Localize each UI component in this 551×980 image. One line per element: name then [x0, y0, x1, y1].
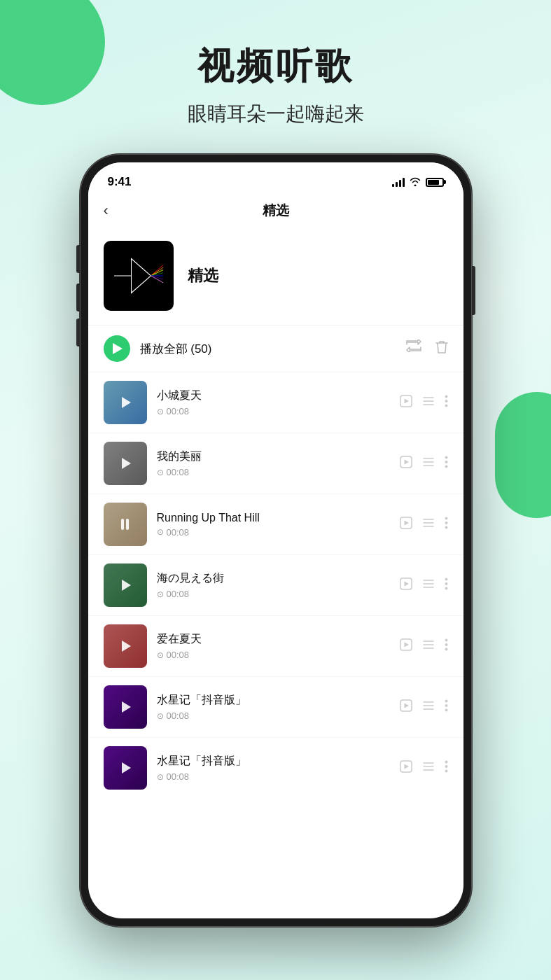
- song-title: 我的美丽: [157, 449, 400, 464]
- more-icon[interactable]: [445, 760, 448, 776]
- wifi-icon: [409, 176, 421, 188]
- song-controls: [400, 760, 448, 776]
- header-area: 视频听歌 眼睛耳朵一起嗨起来: [0, 0, 551, 148]
- song-duration: ⊙ 00:08: [157, 527, 400, 538]
- svg-marker-35: [404, 581, 409, 586]
- svg-marker-51: [404, 703, 409, 708]
- play-icon: [122, 580, 131, 591]
- song-info: 小城夏天 ⊙ 00:08: [157, 388, 400, 416]
- svg-point-63: [445, 760, 447, 763]
- pause-icon: [121, 519, 129, 530]
- svg-marker-19: [404, 459, 409, 464]
- album-cover-bg: [104, 241, 174, 311]
- song-controls: [400, 395, 448, 411]
- thumb-overlay: [104, 503, 147, 546]
- svg-point-25: [445, 465, 447, 468]
- video-play-icon[interactable]: [400, 638, 412, 654]
- song-title: 水星记「抖音版」: [157, 693, 400, 708]
- video-play-icon[interactable]: [400, 517, 412, 533]
- svg-point-49: [445, 648, 447, 650]
- song-title: 海の見える街: [157, 571, 400, 586]
- song-item[interactable]: 爱在夏天 ⊙ 00:08: [88, 615, 463, 676]
- svg-point-65: [445, 769, 447, 772]
- menu-icon[interactable]: [422, 396, 435, 410]
- svg-marker-43: [404, 642, 409, 647]
- back-button[interactable]: ‹: [104, 202, 109, 220]
- more-icon[interactable]: [445, 395, 448, 411]
- phone-screen: 9:41: [88, 162, 463, 918]
- song-info: 水星记「抖音版」 ⊙ 00:08: [157, 754, 400, 782]
- clock-icon: ⊙: [157, 772, 164, 782]
- video-play-icon[interactable]: [400, 456, 412, 472]
- song-duration: ⊙ 00:08: [157, 650, 400, 660]
- song-item[interactable]: 小城夏天 ⊙ 00:08: [88, 372, 463, 433]
- thumb-overlay: [104, 564, 147, 607]
- play-icon: [122, 640, 131, 652]
- song-duration: ⊙ 00:08: [157, 406, 400, 416]
- song-thumbnail: [104, 746, 147, 790]
- status-icons: [392, 176, 444, 188]
- play-icon: [122, 397, 131, 408]
- signal-bar-4: [403, 178, 405, 187]
- svg-point-17: [445, 404, 447, 407]
- thumb-overlay: [104, 624, 147, 668]
- more-icon[interactable]: [445, 699, 448, 715]
- svg-marker-27: [404, 520, 409, 525]
- song-thumbnail: [104, 503, 147, 546]
- song-controls: [400, 517, 448, 533]
- song-title: 爱在夏天: [157, 632, 400, 647]
- more-icon[interactable]: [445, 456, 448, 472]
- video-play-icon[interactable]: [400, 760, 412, 776]
- song-controls: [400, 578, 448, 594]
- more-icon[interactable]: [445, 517, 448, 533]
- song-item[interactable]: 水星记「抖音版」 ⊙ 00:08: [88, 676, 463, 737]
- song-info: 水星记「抖音版」 ⊙ 00:08: [157, 693, 400, 721]
- svg-point-16: [445, 400, 447, 402]
- svg-point-48: [445, 643, 447, 646]
- svg-point-39: [445, 578, 447, 580]
- video-play-icon[interactable]: [400, 395, 412, 411]
- delete-icon[interactable]: [435, 340, 448, 358]
- play-all-button[interactable]: [104, 335, 130, 362]
- more-icon[interactable]: [445, 638, 448, 654]
- menu-icon[interactable]: [422, 639, 435, 653]
- svg-point-32: [445, 522, 447, 524]
- main-title: 视频听歌: [0, 42, 551, 91]
- signal-bars-icon: [392, 177, 405, 187]
- menu-icon[interactable]: [422, 517, 435, 531]
- battery-fill: [428, 180, 439, 185]
- clock-icon: ⊙: [157, 407, 164, 416]
- song-duration: ⊙ 00:08: [157, 771, 400, 782]
- signal-bar-3: [399, 180, 401, 187]
- song-thumbnail: [104, 381, 147, 424]
- battery-icon: [426, 178, 444, 187]
- clock-icon: ⊙: [157, 468, 164, 477]
- song-controls: [400, 456, 448, 472]
- play-all-actions: [406, 340, 448, 358]
- song-duration: ⊙ 00:08: [157, 710, 400, 721]
- svg-point-41: [445, 587, 447, 589]
- svg-point-55: [445, 699, 447, 702]
- video-play-icon[interactable]: [400, 699, 412, 715]
- status-bar: 9:41: [88, 162, 463, 195]
- song-item[interactable]: 海の見える街 ⊙ 00:08: [88, 554, 463, 615]
- video-play-icon[interactable]: [400, 578, 412, 594]
- menu-icon[interactable]: [422, 761, 435, 775]
- thumb-overlay: [104, 442, 147, 485]
- svg-point-24: [445, 461, 447, 463]
- more-icon[interactable]: [445, 578, 448, 594]
- thumb-overlay: [104, 685, 147, 729]
- menu-icon[interactable]: [422, 700, 435, 714]
- menu-icon[interactable]: [422, 578, 435, 592]
- repeat-icon[interactable]: [406, 340, 421, 358]
- play-icon: [122, 762, 131, 774]
- svg-point-31: [445, 517, 447, 519]
- song-item[interactable]: Running Up That Hill ⊙ 00:08: [88, 493, 463, 554]
- song-item[interactable]: 我的美丽 ⊙ 00:08: [88, 433, 463, 493]
- song-item[interactable]: 水星记「抖音版」 ⊙ 00:08: [88, 737, 463, 798]
- song-info: 海の見える街 ⊙ 00:08: [157, 571, 400, 599]
- thumb-overlay: [104, 381, 147, 424]
- menu-icon[interactable]: [422, 456, 435, 470]
- play-all-bar[interactable]: 播放全部 (50): [88, 325, 463, 372]
- svg-point-15: [445, 395, 447, 398]
